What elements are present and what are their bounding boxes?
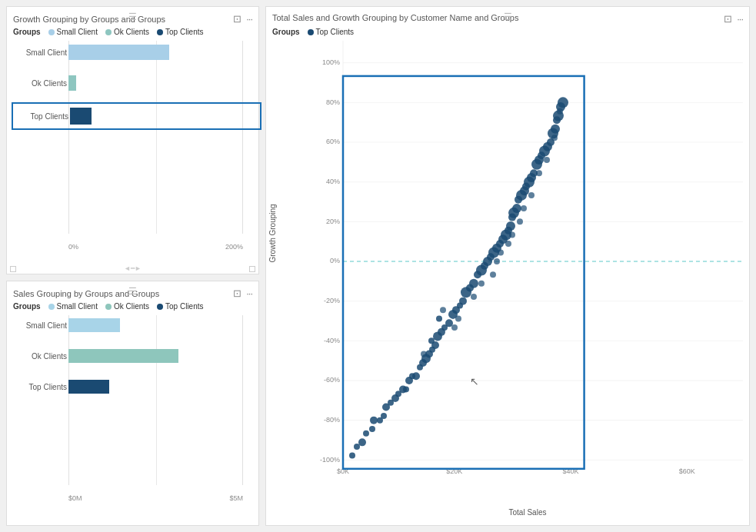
dot-s11 — [478, 281, 485, 287]
x-tick-200: 200% — [225, 243, 243, 251]
legend-text-top-scatter: Top Clients — [316, 28, 354, 36]
y-tick-60: 60% — [326, 138, 340, 145]
scatter-legend: Groups Top Clients — [272, 28, 743, 36]
sales-bar-top — [68, 380, 109, 394]
y-tick-80: 80% — [326, 98, 340, 106]
sales-bar-row-ok: Ok Clients — [68, 346, 252, 366]
dot-s14 — [517, 218, 523, 224]
sales-grid-left — [68, 315, 69, 485]
legend-top-clients-growth: Top Clients — [157, 28, 203, 36]
bar-row-small: Small Client — [68, 41, 252, 64]
dot-s17 — [551, 135, 558, 141]
more-icon-growth[interactable]: ··· — [246, 13, 252, 25]
dot-s8 — [521, 205, 527, 211]
dot-s10 — [455, 316, 461, 322]
legend-text-top-growth: Top Clients — [165, 28, 203, 36]
y-tick-neg60: -60% — [324, 376, 340, 384]
bar-container-small — [68, 45, 252, 60]
card-icons-scatter: ⊡ ··· — [724, 13, 743, 25]
bar-container-top — [70, 108, 251, 125]
x-tick-60k: $60K — [679, 467, 695, 475]
sales-bar-row-top: Top Clients — [68, 377, 252, 397]
sales-bar-row-small: Small Client — [68, 315, 252, 335]
drag-handle-scatter[interactable]: ☰ — [504, 12, 512, 22]
cursor-indicator: ↖ — [470, 375, 479, 387]
card-header-growth: ☰ Growth Grouping by Groups and Groups ⊡… — [13, 13, 252, 25]
bar-label-top: Top Clients — [15, 112, 68, 121]
legend-dot-top-sales — [157, 304, 163, 310]
drag-handle-sales[interactable]: ☰ — [128, 286, 137, 297]
dot-s5 — [490, 271, 496, 278]
y-tick-neg20: -20% — [324, 297, 340, 304]
expand-icon-growth[interactable]: ⊡ — [233, 13, 241, 25]
sales-bar-label-ok: Ok Clients — [13, 352, 67, 361]
dot-s18 — [557, 108, 563, 115]
bar-row-top-highlighted: Top Clients — [12, 102, 261, 130]
y-tick-0: 0% — [330, 257, 340, 264]
sales-grouping-card: ☰ Sales Grouping by Groups and Groups ⊡ … — [6, 281, 259, 526]
legend-small-client-growth: Small Client — [48, 28, 98, 36]
dot-s3 — [451, 324, 458, 331]
legend-ok-clients-sales: Ok Clients — [105, 302, 149, 311]
growth-x-axis: 0% 200% — [13, 243, 243, 251]
y-tick-100: 100% — [322, 58, 340, 66]
x-axis-label-scatter: Total Sales — [272, 508, 743, 517]
growth-bar-area: Small Client Ok Clients Top Clients — [13, 41, 252, 251]
resize-handle-bottom-growth[interactable]: ◄━► — [124, 264, 142, 272]
sales-bar-label-top: Top Clients — [13, 383, 67, 391]
grid-line-right — [242, 41, 243, 234]
dot-s6 — [498, 250, 504, 256]
legend-text-ok-growth: Ok Clients — [114, 28, 149, 36]
dot-6 — [370, 417, 378, 424]
card-icons-growth: ⊡ ··· — [233, 13, 252, 25]
legend-text-small-growth: Small Client — [57, 28, 98, 36]
scatter-title: Total Sales and Growth Grouping by Custo… — [272, 13, 518, 22]
scatter-card: ☰ Total Sales and Growth Grouping by Cus… — [265, 6, 750, 526]
sales-bar-ok — [68, 349, 178, 363]
expand-icon-sales[interactable]: ⊡ — [233, 288, 241, 299]
resize-corner-bl[interactable] — [10, 266, 16, 272]
sales-grid-right — [242, 315, 243, 485]
grid-line-mid — [156, 41, 157, 234]
dot-48 — [506, 221, 515, 231]
bar-row-ok: Ok Clients — [68, 71, 252, 95]
bar-label-ok: Ok Clients — [13, 79, 67, 88]
y-tick-20: 20% — [326, 218, 340, 225]
y-tick-neg40: -40% — [324, 337, 340, 344]
y-tick-40: 40% — [326, 178, 340, 185]
resize-corner-br[interactable] — [249, 266, 255, 272]
growth-title: Growth Grouping by Groups and Groups — [13, 13, 198, 24]
dot-1 — [349, 453, 355, 459]
dot-s15 — [536, 170, 542, 176]
dot-17 — [412, 372, 420, 380]
dot-14 — [403, 386, 409, 392]
dot-s4 — [471, 294, 477, 300]
bar-ok-clients-growth — [68, 75, 76, 91]
scatter-plot-area: Growth Grouping — [272, 41, 743, 507]
sales-bar-label-small: Small Client — [13, 321, 67, 330]
more-icon-sales[interactable]: ··· — [246, 288, 252, 299]
sales-bar-container-small — [68, 318, 252, 332]
dot-51 — [512, 204, 521, 213]
scatter-svg: 100% 80% 60% 40% 20% 0% -20% -40% -60% -… — [312, 41, 743, 482]
bar-label-small: Small Client — [13, 48, 67, 57]
legend-dot-small-sales — [48, 304, 55, 310]
bar-container-ok — [68, 75, 252, 91]
sales-bar-area: Small Client Ok Clients Top Clients — [13, 315, 252, 502]
dot-66 — [551, 125, 560, 134]
more-icon-scatter[interactable]: ··· — [737, 13, 743, 25]
legend-dot-small-growth — [48, 29, 55, 35]
dot-s2 — [421, 351, 427, 357]
legend-dot-ok-growth — [105, 29, 112, 35]
dot-s16 — [544, 157, 550, 163]
dot-33 — [459, 298, 467, 305]
right-panel: ☰ Total Sales and Growth Grouping by Cus… — [265, 0, 756, 532]
legend-dot-top-growth — [157, 29, 163, 35]
drag-handle-top[interactable]: ☰ — [128, 12, 137, 22]
card-icons-sales: ⊡ ··· — [233, 288, 252, 299]
sales-bar-small — [68, 318, 120, 332]
expand-icon-scatter[interactable]: ⊡ — [724, 13, 732, 25]
sales-legend: Groups Small Client Ok Clients Top Clien… — [13, 302, 252, 311]
dot-s1 — [440, 307, 446, 313]
dot-4 — [363, 431, 369, 437]
